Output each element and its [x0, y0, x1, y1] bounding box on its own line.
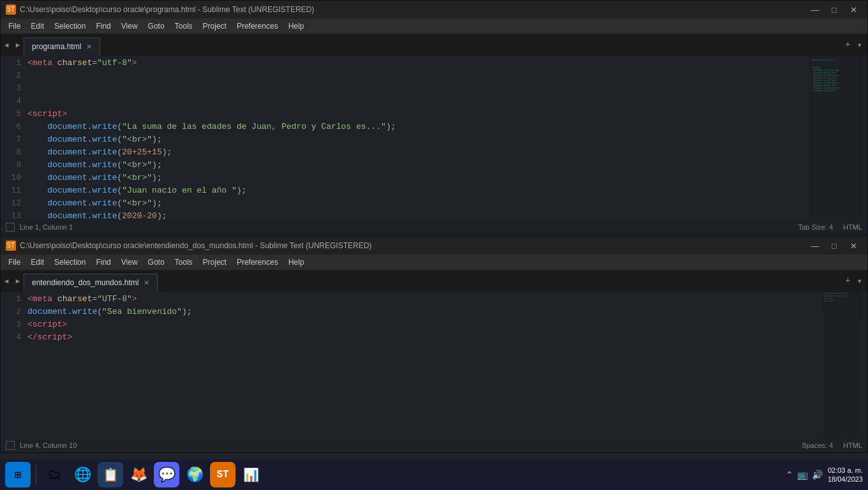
menu-project-2[interactable]: Project [198, 255, 232, 270]
taskbar-discord[interactable]: 💬 [154, 462, 179, 487]
code-area-1[interactable]: <meta charset="utf-8"> <script> document… [27, 56, 867, 220]
close-btn-2[interactable]: ✕ [844, 237, 862, 255]
window-title-2: C:\Users\poiso\Desktop\curso oracle\ente… [20, 241, 371, 250]
tab-add-1[interactable]: + [842, 40, 853, 50]
taskbar-chrome[interactable]: 🌐 [70, 462, 95, 487]
line-numbers-1: 1234567891011121314 [1, 56, 27, 220]
tab-label-1: programa.html [32, 42, 81, 51]
maximize-btn-1[interactable]: □ [825, 1, 843, 19]
language-1: HTML [843, 223, 862, 231]
language-2: HTML [843, 442, 862, 449]
spaces-2: Spaces: 4 [802, 442, 833, 449]
tray-chevron[interactable]: ⌃ [786, 470, 793, 480]
menu-preferences-1[interactable]: Preferences [232, 19, 283, 34]
menu-file-2[interactable]: File [3, 255, 26, 270]
menu-find-1[interactable]: Find [91, 19, 116, 34]
status-indicator-1 [6, 223, 15, 232]
menu-edit-1[interactable]: Edit [26, 19, 49, 34]
tab-size-1: Tab Size: 4 [798, 223, 833, 231]
menu-tools-1[interactable]: Tools [170, 19, 198, 34]
menu-selection-2[interactable]: Selection [49, 255, 91, 270]
menu-bar-1: File Edit Selection Find View Goto Tools… [1, 19, 867, 34]
minimap-2: <meta charset="UTF-8"> document.write("S… [823, 292, 861, 438]
tab-add-2[interactable]: + [842, 276, 853, 286]
minimize-btn-2[interactable]: — [806, 237, 824, 255]
app-icon-1: ST [6, 4, 16, 15]
minimap-content-2: <meta charset="UTF-8"> document.write("S… [823, 292, 861, 304]
line-numbers-2: 1234 [1, 292, 27, 438]
status-bar-2: Line 4, Column 10 Spaces: 4 HTML [1, 438, 867, 452]
start-button[interactable]: ⊞ [5, 462, 31, 487]
minimap-content-1: <meta charset="utf-8"> <script> document… [810, 56, 861, 96]
menu-selection-1[interactable]: Selection [49, 19, 91, 34]
titlebar-2: ST C:\Users\poiso\Desktop\curso oracle\e… [1, 237, 867, 255]
tab-list-2[interactable]: ▾ [855, 276, 865, 286]
clock[interactable]: 02:03 a. m. 18/04/2023 [828, 466, 863, 484]
menu-preferences-2[interactable]: Preferences [232, 255, 283, 270]
system-tray: ⌃ 📺 🔊 [786, 470, 823, 480]
cursor-pos-2: Line 4, Column 10 [20, 442, 77, 449]
menu-view-2[interactable]: View [116, 255, 143, 270]
window-title-1: C:\Users\poiso\Desktop\curso oracle\prog… [20, 5, 314, 14]
menu-goto-1[interactable]: Goto [143, 19, 170, 34]
tab-next-2[interactable]: ▶ [12, 272, 24, 290]
tab-bar-2: ◀ ▶ entendiendo_dos_mundos.html ✕ + ▾ [1, 270, 867, 292]
taskbar-app1[interactable]: 📋 [98, 462, 123, 487]
tab-label-2: entendiendo_dos_mundos.html [32, 278, 138, 287]
minimap-1: <meta charset="utf-8"> <script> document… [810, 56, 861, 220]
minimize-btn-1[interactable]: — [806, 1, 824, 19]
cursor-pos-1: Line 1, Column 1 [20, 223, 73, 231]
menu-goto-2[interactable]: Goto [143, 255, 170, 270]
taskbar-google[interactable]: 🌍 [182, 462, 207, 487]
taskbar-sublime[interactable]: ST [210, 462, 236, 487]
menu-bar-2: File Edit Selection Find View Goto Tools… [1, 255, 867, 270]
taskbar-firefox[interactable]: 🦊 [126, 462, 151, 487]
tab-bar-1: ◀ ▶ programa.html ✕ + ▾ [1, 34, 867, 56]
tab-next-1[interactable]: ▶ [12, 36, 24, 54]
editor-2[interactable]: 1234 <meta charset="UTF-8">document.writ… [1, 292, 867, 438]
tab-close-2[interactable]: ✕ [144, 279, 149, 287]
menu-find-2[interactable]: Find [91, 255, 116, 270]
editor-1[interactable]: 1234567891011121314 <meta charset="utf-8… [1, 56, 867, 220]
menu-tools-2[interactable]: Tools [170, 255, 198, 270]
clock-time: 02:03 a. m. [828, 466, 863, 475]
tab-entendiendo[interactable]: entendiendo_dos_mundos.html ✕ [24, 274, 158, 292]
taskbar-explorer[interactable]: 🗂 [41, 462, 67, 487]
titlebar-1: ST C:\Users\poiso\Desktop\curso oracle\p… [1, 1, 867, 19]
tray-volume[interactable]: 🔊 [812, 470, 823, 480]
status-bar-1: Line 1, Column 1 Tab Size: 4 HTML [1, 220, 867, 234]
tab-programa[interactable]: programa.html ✕ [24, 38, 100, 56]
menu-project-1[interactable]: Project [198, 19, 232, 34]
tab-prev-2[interactable]: ◀ [1, 272, 12, 290]
tab-close-1[interactable]: ✕ [86, 43, 92, 51]
window2: ST C:\Users\poiso\Desktop\curso oracle\e… [0, 236, 868, 453]
taskbar: ⊞ 🗂 🌐 📋 🦊 💬 🌍 ST 📊 ⌃ 📺 🔊 02:03 a. m. 18/… [0, 459, 868, 490]
menu-edit-2[interactable]: Edit [26, 255, 49, 270]
tray-display[interactable]: 📺 [797, 470, 808, 480]
menu-file-1[interactable]: File [3, 19, 26, 34]
menu-help-2[interactable]: Help [283, 255, 310, 270]
tab-prev-1[interactable]: ◀ [1, 36, 12, 54]
tab-list-1[interactable]: ▾ [855, 40, 865, 50]
taskbar-right: ⌃ 📺 🔊 02:03 a. m. 18/04/2023 [786, 466, 863, 484]
status-indicator-2 [6, 441, 15, 450]
window1: ST C:\Users\poiso\Desktop\curso oracle\p… [0, 0, 868, 235]
code-area-2[interactable]: <meta charset="UTF-8">document.write("Se… [27, 292, 867, 438]
clock-date: 18/04/2023 [828, 475, 863, 484]
maximize-btn-2[interactable]: □ [825, 237, 843, 255]
app-icon-2: ST [6, 241, 16, 251]
close-btn-1[interactable]: ✕ [844, 1, 862, 19]
taskbar-app2[interactable]: 📊 [238, 462, 264, 487]
menu-view-1[interactable]: View [116, 19, 143, 34]
menu-help-1[interactable]: Help [283, 19, 310, 34]
taskbar-sep [36, 465, 36, 484]
